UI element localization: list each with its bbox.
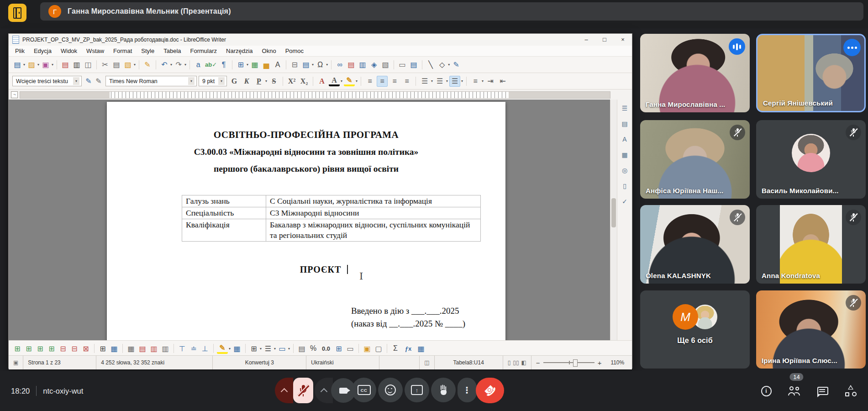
participant-tile-vasyl[interactable]: Василь Миколайови... [756, 120, 866, 199]
redo-icon-dropdown[interactable]: ▾ [184, 63, 186, 67]
gallery-deck-icon[interactable]: ▦ [619, 150, 630, 160]
update-style-icon[interactable]: ✎ [84, 76, 94, 87]
multi-page-view-icon[interactable]: ▯▯ [513, 359, 519, 366]
save-icon[interactable]: ▣ [41, 59, 51, 70]
insert-image-icon[interactable]: ▦ [250, 59, 260, 70]
clone-formatting-icon[interactable]: ✎ [142, 59, 153, 70]
unordered-list-icon-dropdown[interactable]: ▾ [431, 79, 433, 83]
new-document-icon[interactable]: ▤ [12, 59, 22, 70]
increase-indent-icon[interactable]: ⇥ [485, 76, 496, 87]
participant-tile-ganna[interactable]: Ганна Мирославівна ... [640, 34, 750, 112]
justify-icon[interactable]: ≡ [401, 76, 412, 87]
insert-field-icon[interactable]: ▤ [301, 59, 311, 70]
delete-table-icon[interactable]: ⊠ [81, 343, 91, 354]
font-size-combo[interactable]: 9 pkt ▾ [199, 76, 227, 86]
align-top-icon[interactable]: ⊤ [177, 343, 187, 354]
page-break-icon[interactable]: ⊟ [289, 59, 300, 70]
undo-icon[interactable]: ↶ [159, 59, 169, 70]
subscript-icon[interactable]: X₂ [299, 76, 310, 87]
horizontal-ruler[interactable] [20, 91, 610, 99]
align-left-icon[interactable]: ≡ [364, 76, 375, 87]
restore-button[interactable]: □ [595, 34, 614, 46]
sidebar-settings-icon[interactable]: ☰ [619, 103, 630, 113]
font-color-icon-dropdown[interactable]: ▾ [341, 79, 342, 83]
protect-cells-icon[interactable]: ▣ [362, 343, 372, 354]
cell-background-color-icon-dropdown[interactable]: ▾ [229, 347, 231, 351]
participants-button[interactable]: 14 [789, 385, 800, 397]
menu-wstaw[interactable]: Wstaw [82, 46, 109, 57]
raise-hand-button[interactable] [431, 378, 456, 402]
insert-endnote-icon[interactable]: ▥ [358, 59, 368, 70]
menu-format[interactable]: Format [109, 46, 137, 57]
basic-shapes-icon[interactable]: ◇ [437, 59, 447, 70]
cell-background-color-icon[interactable]: ✎ [217, 343, 228, 354]
menu-plik[interactable]: Plik [11, 46, 29, 57]
superscript-icon[interactable]: X² [286, 76, 297, 87]
new-style-icon[interactable]: ✎ [94, 76, 104, 87]
decrease-indent-icon[interactable]: ⇤ [497, 76, 508, 87]
redo-icon[interactable]: ↷ [174, 59, 184, 70]
paragraph-style-combo[interactable]: Wcięcie treści tekstu ▾ [12, 76, 82, 86]
zoom-level[interactable]: 110% [606, 356, 629, 369]
insert-row-below-icon[interactable]: ⊞ [24, 343, 34, 354]
menu-okno[interactable]: Okno [258, 46, 281, 57]
align-center-icon[interactable]: ≡ [377, 76, 388, 87]
insert-field-icon-dropdown[interactable]: ▾ [312, 63, 314, 67]
document-page[interactable]: ОСВІТНЬО-ПРОФЕСІЙНА ПРОГРАМА С3.00.03 «М… [107, 102, 505, 340]
border-color-icon[interactable]: ▭ [277, 343, 287, 354]
insert-row-above-icon[interactable]: ⊞ [12, 343, 22, 354]
participant-tile-anna[interactable]: Anna Kondratova [756, 205, 866, 284]
print-icon[interactable]: ▥ [72, 59, 82, 70]
number-format-icon[interactable]: ⊞ [334, 343, 344, 354]
underline-icon-dropdown[interactable]: ▾ [265, 79, 267, 83]
insert-table-icon-dropdown[interactable]: ▾ [247, 63, 248, 67]
status-language[interactable]: Ukraiński [306, 356, 379, 369]
basic-shapes-icon-dropdown[interactable]: ▾ [448, 63, 450, 67]
ordered-list-icon-dropdown[interactable]: ▾ [446, 79, 448, 83]
border-style-icon[interactable]: ☰ [263, 343, 273, 354]
insert-footnote-icon[interactable]: ▤ [346, 59, 356, 70]
delete-row-icon[interactable]: ⊟ [58, 343, 68, 354]
strikethrough-icon[interactable]: S [268, 76, 279, 87]
style-inspector-deck-icon[interactable]: ✓ [619, 196, 630, 206]
border-color-icon-dropdown[interactable]: ▾ [288, 347, 290, 351]
special-character-icon[interactable]: Ω [315, 59, 325, 70]
insert-cross-reference-icon[interactable]: ▧ [380, 59, 390, 70]
menu-formularz[interactable]: Formularz [186, 46, 222, 57]
save-icon-dropdown[interactable]: ▾ [52, 63, 53, 67]
chevron-down-icon[interactable]: ▾ [218, 77, 225, 85]
find-replace-icon[interactable]: a [193, 59, 203, 70]
bold-icon[interactable]: G [229, 76, 240, 87]
spelling-icon[interactable]: ab✓ [205, 59, 217, 70]
insert-text-box-icon[interactable]: A [273, 59, 283, 70]
center-vertically-icon[interactable]: ≐ [189, 343, 199, 354]
underline-icon[interactable]: P [253, 76, 264, 87]
menu-narzedzia[interactable]: Narzędzia [221, 46, 258, 57]
outline-list-icon-dropdown[interactable]: ▾ [461, 79, 463, 83]
ordered-list-icon[interactable]: ☰ [434, 76, 445, 87]
reactions-button[interactable] [378, 378, 403, 402]
participant-tile-anfisa[interactable]: Анфіса Юріївна Наш... [640, 120, 750, 199]
menu-pomoc[interactable]: Pomoc [281, 46, 308, 57]
outline-list-icon[interactable]: ☰ [449, 76, 460, 87]
status-page[interactable]: Strona 1 z 23 [23, 356, 96, 369]
menu-edycja[interactable]: Edycja [29, 46, 56, 57]
decimal-format-icon[interactable]: 0.0 [320, 343, 332, 354]
merge-table-icon[interactable]: ▦ [126, 343, 136, 354]
autoformat-icon[interactable]: ▦ [232, 343, 242, 354]
borders-icon[interactable]: ⊞ [249, 343, 259, 354]
status-word-count[interactable]: 4 252 słowa, 32 352 znaki [96, 356, 213, 369]
align-right-icon[interactable]: ≡ [389, 76, 400, 87]
copy-icon[interactable]: ▤ [111, 59, 121, 70]
tile-more-options-button[interactable] [843, 39, 861, 56]
open-icon[interactable]: ▨ [26, 59, 37, 70]
highlight-color-icon-dropdown[interactable]: ▾ [356, 79, 358, 83]
book-view-icon[interactable]: ◧ [521, 359, 526, 366]
page-deck-icon[interactable]: ▯ [619, 181, 630, 191]
mic-options-button[interactable] [275, 378, 293, 403]
unprotect-cells-icon[interactable]: ▢ [374, 343, 384, 354]
participant-tile-sergiy[interactable]: Сергій Янішевський [756, 34, 866, 112]
print-preview-icon[interactable]: ◫ [83, 59, 93, 70]
insert-line-icon[interactable]: ╲ [426, 59, 436, 70]
chevron-down-icon[interactable]: ▾ [188, 77, 195, 85]
